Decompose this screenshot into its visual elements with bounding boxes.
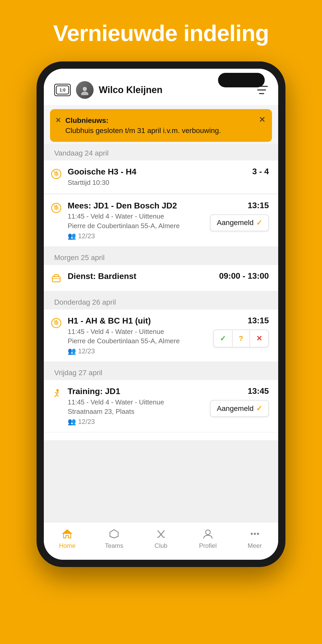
event-content-mees: Mees: JD1 - Den Bosch JD2 11:45 - Veld 4… bbox=[68, 201, 205, 240]
notif-message: Clubhuis gesloten t/m 31 april i.v.m. ve… bbox=[65, 127, 221, 135]
avatar[interactable] bbox=[76, 81, 94, 99]
notification-banner: ✕ Clubnieuws: Clubhuis gesloten t/m 31 a… bbox=[50, 109, 272, 142]
nav-label-home: Home bbox=[59, 542, 75, 549]
nav-label-profiel: Profiel bbox=[199, 542, 217, 549]
check-icon-training: ✓ bbox=[256, 404, 262, 413]
notif-x-icon: ✕ bbox=[55, 116, 61, 124]
event-title-bardienst: Dienst: Bardienst bbox=[68, 271, 214, 281]
event-location-h1: Pierre de Coubertinlaan 55-A, Almere bbox=[68, 336, 208, 346]
club-icon bbox=[154, 528, 168, 540]
rsvp-yes-h1[interactable]: ✓ bbox=[214, 330, 232, 347]
event-card-gooische[interactable]: Gooische H3 - H4 Starttijd 10:30 3 - 4 bbox=[44, 160, 278, 193]
event-right-h1: 13:15 ✓ ? ✕ bbox=[213, 316, 269, 347]
home-icon bbox=[60, 528, 74, 540]
event-right-gooische: 3 - 4 bbox=[252, 167, 269, 176]
match-icon-mees bbox=[50, 202, 62, 214]
service-icon-bardienst bbox=[50, 272, 62, 285]
rsvp-no-h1[interactable]: ✕ bbox=[249, 330, 268, 347]
members-icon-mees: 👥 bbox=[68, 232, 76, 240]
svg-point-2 bbox=[83, 87, 87, 91]
date-header-morgen: Morgen 25 april bbox=[44, 248, 278, 265]
svg-rect-8 bbox=[52, 277, 60, 282]
event-right-training: 13:45 Aangemeld ✓ bbox=[210, 386, 269, 417]
nav-label-meer: Meer bbox=[248, 542, 262, 549]
profile-icon bbox=[201, 528, 215, 540]
rsvp-buttons-h1: ✓ ? ✕ bbox=[213, 330, 269, 347]
check-icon-mees: ✓ bbox=[256, 219, 262, 227]
nav-item-club[interactable]: Club bbox=[138, 528, 185, 549]
svg-point-20 bbox=[206, 530, 210, 535]
nav-item-meer[interactable]: Meer bbox=[231, 528, 278, 549]
svg-line-18 bbox=[158, 531, 163, 537]
members-count-h1: 12/23 bbox=[78, 347, 95, 355]
svg-line-14 bbox=[54, 395, 57, 397]
event-subtitle-gooische: Starttijd 10:30 bbox=[68, 178, 247, 187]
event-subtitle-training: 11:45 - Veld 4 - Water - Uittenue bbox=[68, 397, 205, 407]
svg-line-17 bbox=[57, 393, 59, 393]
score-icon[interactable]: 1:0 bbox=[54, 84, 71, 96]
event-time-h1: 13:15 bbox=[248, 316, 269, 325]
svg-point-23 bbox=[257, 533, 259, 535]
match-icon-h1 bbox=[50, 317, 62, 329]
event-card-mees[interactable]: Mees: JD1 - Den Bosch JD2 11:45 - Veld 4… bbox=[44, 194, 278, 246]
aangemeld-button-training[interactable]: Aangemeld ✓ bbox=[210, 400, 269, 417]
members-count-mees: 12/23 bbox=[78, 232, 95, 240]
event-content-bardienst: Dienst: Bardienst bbox=[68, 271, 214, 281]
event-score-gooische: 3 - 4 bbox=[252, 167, 269, 176]
nav-label-club: Club bbox=[155, 542, 167, 549]
event-title-gooische: Gooische H3 - H4 bbox=[68, 167, 247, 177]
svg-point-3 bbox=[81, 92, 88, 95]
event-members-mees: 👥 12/23 bbox=[68, 232, 205, 240]
event-content-gooische: Gooische H3 - H4 Starttijd 10:30 bbox=[68, 167, 247, 187]
notif-title: Clubnieuws: bbox=[65, 115, 255, 125]
svg-line-15 bbox=[57, 395, 59, 396]
event-title-mees: Mees: JD1 - Den Bosch JD2 bbox=[68, 201, 205, 211]
event-content-training: Training: JD1 11:45 - Veld 4 - Water - U… bbox=[68, 386, 205, 426]
aangemeld-label-training: Aangemeld bbox=[217, 404, 254, 413]
phone-frame: 1:0 Wilco Kleijnen ✕ Clubnieuws: Clubh bbox=[37, 61, 285, 567]
nav-item-home[interactable]: Home bbox=[44, 528, 91, 549]
nav-label-teams: Teams bbox=[105, 542, 123, 549]
svg-line-5 bbox=[54, 171, 54, 173]
event-location-training: Straatnaam 23, Plaats bbox=[68, 407, 205, 416]
aangemeld-label-mees: Aangemeld bbox=[217, 219, 254, 227]
notif-content: Clubnieuws: Clubhuis gesloten t/m 31 apr… bbox=[65, 115, 255, 136]
rsvp-maybe-h1[interactable]: ? bbox=[232, 330, 249, 347]
date-header-today: Vandaag 24 april bbox=[44, 144, 278, 160]
event-time-bardienst: 09:00 - 13:00 bbox=[219, 271, 269, 281]
svg-text:1:0: 1:0 bbox=[59, 88, 65, 92]
event-right-mees: 13:15 Aangemeld ✓ bbox=[210, 201, 269, 231]
event-members-training: 👥 12/23 bbox=[68, 418, 205, 426]
page-background-title: Vernieuwde indeling bbox=[53, 21, 269, 46]
event-card-h1[interactable]: H1 - AH & BC H1 (uit) 11:45 - Veld 4 - W… bbox=[44, 310, 278, 361]
nav-item-teams[interactable]: Teams bbox=[91, 528, 138, 549]
event-title-h1: H1 - AH & BC H1 (uit) bbox=[68, 316, 208, 326]
event-members-h1: 👥 12/23 bbox=[68, 347, 208, 355]
event-time-training: 13:45 bbox=[248, 386, 269, 396]
phone-camera bbox=[218, 73, 265, 87]
aangemeld-button-mees[interactable]: Aangemeld ✓ bbox=[210, 214, 269, 231]
training-icon bbox=[50, 387, 62, 400]
bottom-nav: Home Teams bbox=[44, 522, 278, 560]
svg-line-19 bbox=[159, 531, 164, 537]
event-content-h1: H1 - AH & BC H1 (uit) 11:45 - Veld 4 - W… bbox=[68, 316, 208, 355]
date-header-donderdag: Donderdag 26 april bbox=[44, 293, 278, 310]
date-header-vrijdag: Vrijdag 27 april bbox=[44, 363, 278, 380]
nav-item-profiel[interactable]: Profiel bbox=[184, 528, 231, 549]
svg-point-22 bbox=[254, 533, 256, 535]
members-icon-h1: 👥 bbox=[68, 347, 76, 355]
svg-line-7 bbox=[54, 205, 54, 207]
match-icon bbox=[50, 168, 62, 180]
notif-close-icon[interactable]: ✕ bbox=[259, 115, 266, 124]
teams-icon bbox=[107, 528, 121, 540]
content-area: Vandaag 24 april Gooische H3 - H4 Startt… bbox=[44, 144, 278, 522]
event-location-mees: Pierre de Coubertinlaan 55-A, Almere bbox=[68, 221, 205, 230]
event-time-mees: 13:15 bbox=[248, 201, 269, 210]
event-card-training[interactable]: Training: JD1 11:45 - Veld 4 - Water - U… bbox=[44, 380, 278, 432]
event-card-bardienst[interactable]: Dienst: Bardienst 09:00 - 13:00 bbox=[44, 265, 278, 291]
svg-point-12 bbox=[56, 389, 59, 392]
more-icon bbox=[248, 528, 262, 540]
svg-point-21 bbox=[251, 533, 253, 535]
event-right-bardienst: 09:00 - 13:00 bbox=[219, 271, 269, 281]
members-icon-training: 👥 bbox=[68, 418, 76, 426]
